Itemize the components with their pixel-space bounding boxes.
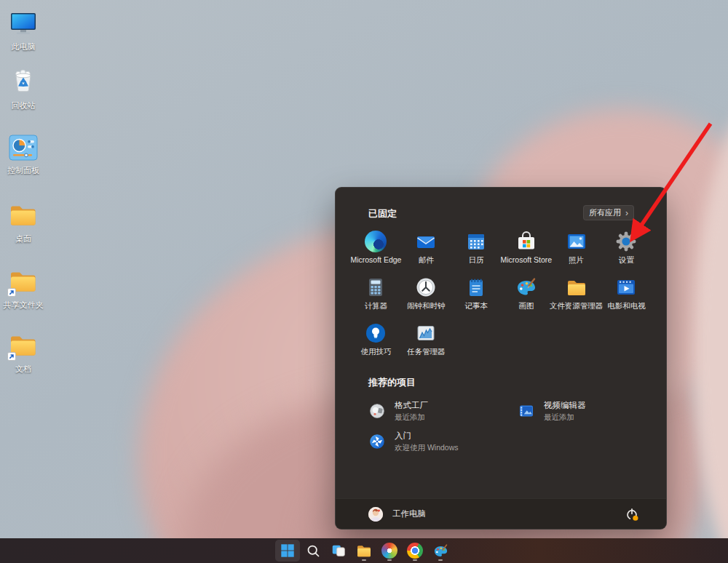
taskbar	[0, 538, 728, 563]
edge-icon	[364, 230, 387, 253]
pinned-app-label: 日历	[468, 255, 483, 265]
tips-icon	[364, 322, 387, 345]
recommended-subtitle: 最近添加	[544, 412, 586, 423]
pinned-header: 已固定	[368, 207, 397, 220]
pinned-app-tips[interactable]: 使用技巧	[351, 321, 401, 367]
taskbar-search-button[interactable]	[301, 540, 325, 562]
pinned-app-settings[interactable]: 设置	[601, 229, 652, 275]
desktop-icon-label: 共享文件夹	[4, 300, 44, 311]
desktop-icon-label: 桌面	[15, 233, 31, 244]
running-indicator	[413, 559, 417, 562]
video-editor-icon	[518, 402, 535, 420]
pinned-app-notepad[interactable]: 记事本	[451, 275, 502, 321]
search-icon	[306, 543, 321, 559]
desktop-icon-this-pc[interactable]: 此电脑	[1, 8, 45, 52]
taskbar-paint-button[interactable]	[428, 540, 453, 562]
pinned-apps-grid: Microsoft Edge 邮件 日历 Microsoft Store 照片	[351, 229, 652, 367]
recommended-title: 入门	[395, 431, 459, 442]
pinned-app-label: 文件资源管理器	[550, 301, 604, 311]
pinned-app-label: 任务管理器	[407, 347, 446, 357]
pinned-app-paint[interactable]: 画图	[501, 275, 551, 321]
running-indicator	[438, 559, 443, 562]
pinned-app-photos[interactable]: 照片	[551, 229, 601, 275]
pinned-app-label: 设置	[619, 255, 634, 265]
pinned-app-label: 闹钟和时钟	[407, 301, 446, 311]
format-factory-icon	[368, 402, 386, 420]
recommended-item-get-started[interactable]: 入门 欢迎使用 Windows	[368, 427, 518, 456]
desktop-icon-label: 文档	[15, 364, 31, 375]
pinned-app-label: 电影和电视	[607, 301, 646, 311]
pinned-app-label: Microsoft Store	[500, 255, 552, 264]
taskbar-file-explorer-button[interactable]	[352, 540, 376, 562]
pinned-app-microsoft-edge[interactable]: Microsoft Edge	[351, 229, 401, 275]
this-pc-icon	[7, 8, 39, 40]
task-manager-icon	[414, 322, 438, 345]
start-menu: 已固定 所有应用 › Microsoft Edge 邮件 日历 Microsof…	[335, 187, 667, 530]
pinned-app-label: 画图	[518, 301, 534, 311]
recommended-title: 视频编辑器	[544, 400, 586, 411]
power-icon	[623, 506, 641, 523]
pinned-app-mail[interactable]: 邮件	[401, 229, 451, 275]
recommended-item-format-factory[interactable]: 格式工厂 最近添加	[368, 396, 518, 426]
movies-tv-icon	[614, 276, 638, 299]
pinned-app-label: 记事本	[464, 301, 488, 311]
file-explorer-icon	[565, 276, 588, 299]
all-apps-button[interactable]: 所有应用 ›	[583, 205, 634, 220]
pinned-app-movies-tv[interactable]: 电影和电视	[601, 275, 652, 321]
calculator-icon	[364, 276, 387, 299]
user-name[interactable]: 工作电脑	[392, 508, 426, 519]
desktop-icon-label: 此电脑	[12, 41, 36, 52]
recommended-list: 格式工厂 最近添加 视频编辑器 最近添加 入门 欢迎使用 Windows	[368, 396, 638, 456]
photos-icon	[565, 230, 588, 253]
pinned-app-label: 使用技巧	[360, 347, 391, 357]
control-panel-icon	[7, 132, 39, 164]
get-started-icon	[368, 433, 386, 450]
update-badge	[633, 515, 638, 520]
desktop-icon-desktop-folder[interactable]: 桌面	[1, 200, 45, 244]
taskbar-chrome-button[interactable]	[403, 540, 427, 562]
taskbar-task-view-button[interactable]	[326, 540, 351, 562]
desktop-icon-documents[interactable]: 文档	[1, 330, 45, 375]
recommended-subtitle: 欢迎使用 Windows	[395, 443, 459, 453]
pinned-app-calendar[interactable]: 日历	[451, 229, 502, 275]
folder-shortcut-icon	[7, 330, 39, 362]
settings-gear-icon	[614, 230, 638, 253]
pinned-app-microsoft-store[interactable]: Microsoft Store	[501, 229, 551, 275]
store-icon	[515, 230, 538, 253]
desktop-icon-shared-folder[interactable]: 共享文件夹	[1, 266, 45, 311]
taskbar-color-pinwheel-button[interactable]	[377, 540, 402, 562]
paint-icon	[432, 543, 449, 559]
user-avatar[interactable]	[368, 507, 383, 522]
running-indicator	[362, 559, 366, 562]
shortcut-arrow-icon	[7, 352, 16, 361]
chrome-icon	[407, 543, 423, 559]
pinned-app-file-explorer[interactable]: 文件资源管理器	[551, 275, 601, 321]
all-apps-label: 所有应用	[589, 207, 621, 218]
start-menu-user-bar: 工作电脑	[336, 498, 666, 529]
recommended-title: 格式工厂	[395, 400, 428, 411]
pinned-app-task-manager[interactable]: 任务管理器	[401, 321, 451, 367]
recommended-header: 推荐的项目	[368, 376, 416, 389]
pinned-app-label: 照片	[569, 255, 584, 265]
color-pinwheel-icon	[381, 543, 397, 559]
recommended-subtitle: 最近添加	[395, 412, 428, 423]
notepad-icon	[464, 276, 488, 299]
desktop-icon-control-panel[interactable]: 控制面板	[1, 132, 45, 176]
pinned-app-label: Microsoft Edge	[350, 255, 401, 264]
pinned-app-alarms-clock[interactable]: 闹钟和时钟	[401, 275, 451, 321]
windows-start-icon	[280, 543, 296, 559]
shortcut-arrow-icon	[7, 288, 16, 297]
desktop-icon-label: 回收站	[12, 100, 36, 111]
file-explorer-icon	[355, 542, 373, 559]
recommended-item-video-editor[interactable]: 视频编辑器 最近添加	[518, 396, 638, 426]
recycle-bin-icon	[7, 67, 39, 99]
task-view-icon	[331, 543, 347, 559]
desktop-icon-label: 控制面板	[7, 165, 39, 176]
desktop-icon-recycle-bin[interactable]: 回收站	[1, 67, 45, 111]
power-button[interactable]	[621, 503, 643, 525]
running-indicator	[387, 559, 392, 562]
pinned-app-calculator[interactable]: 计算器	[351, 275, 401, 321]
mail-icon	[414, 230, 438, 253]
alarms-clock-icon	[414, 276, 438, 299]
taskbar-start-button[interactable]	[275, 540, 300, 562]
